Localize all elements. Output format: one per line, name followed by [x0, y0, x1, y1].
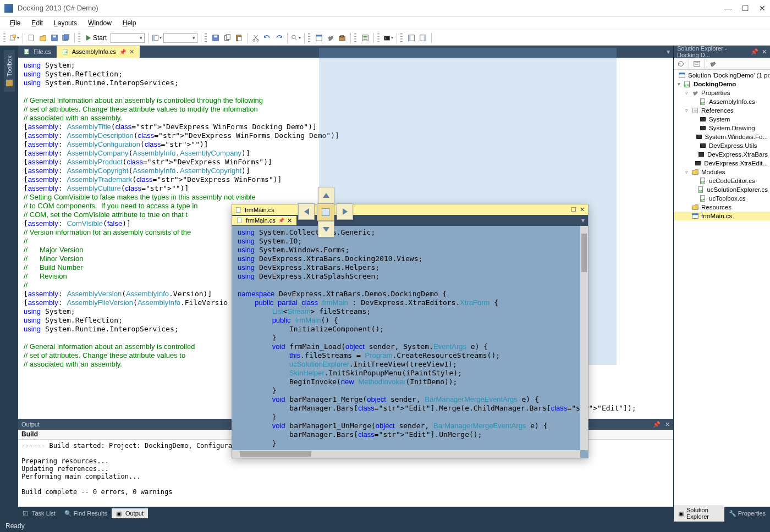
svg-rect-43: [701, 144, 706, 148]
tree-node[interactable]: DevExpress.XtraEdit...: [674, 159, 770, 168]
toolbar-grip-2[interactable]: [78, 33, 80, 43]
tree-node[interactable]: frmMain.cs: [674, 212, 770, 220]
close-icon[interactable]: ✕: [665, 421, 670, 428]
toolbox-tab[interactable]: Toolbox: [4, 50, 15, 92]
open-button[interactable]: [38, 33, 48, 43]
floating-document-window[interactable]: frmMain.cs ☐ ✕ frmMain.cs 📌 ✕ ▾ using Sy…: [232, 204, 588, 458]
app-icon: [4, 4, 13, 13]
properties-button[interactable]: [326, 33, 336, 43]
cs-file-icon: c#: [24, 48, 30, 55]
tabs-dropdown-icon[interactable]: ▾: [667, 48, 670, 56]
maximize-button[interactable]: ☐: [742, 4, 749, 13]
save-2-button[interactable]: [211, 33, 221, 43]
menu-edit[interactable]: Edit: [27, 18, 47, 29]
maximize-icon[interactable]: ☐: [571, 206, 576, 213]
task-list-button[interactable]: [360, 33, 370, 43]
find-button[interactable]: [291, 33, 301, 43]
horizontal-scrollbar[interactable]: [232, 450, 580, 458]
svg-point-17: [292, 35, 296, 39]
copy-button[interactable]: [222, 33, 232, 43]
solution-explorer-button[interactable]: [314, 33, 324, 43]
toolbar-grip-4[interactable]: [308, 33, 310, 43]
tree-node[interactable]: Solution 'DockingDemo' (1 pr...: [674, 71, 770, 80]
pin-icon[interactable]: 📌: [119, 49, 126, 55]
vertical-scrollbar[interactable]: [580, 226, 588, 450]
tab-solution-explorer[interactable]: ▣Solution Explorer: [674, 505, 724, 522]
pin-icon[interactable]: 📌: [653, 421, 661, 428]
start-config-combo[interactable]: [111, 33, 145, 43]
svg-rect-10: [215, 35, 217, 37]
floating-code-editor[interactable]: using System.Collections.Generic; using …: [232, 226, 588, 458]
wrench-icon: 🔧: [729, 510, 735, 517]
tree-node[interactable]: ▿References: [674, 106, 770, 115]
floating-tab-frmmain[interactable]: frmMain.cs 📌 ✕: [232, 216, 296, 225]
tab-find-results[interactable]: 🔍Find Results: [60, 508, 112, 518]
tree-node[interactable]: ▿c#DockingDemo: [674, 80, 770, 88]
tree-node[interactable]: c#ucToolbox.cs: [674, 194, 770, 203]
new-project-button[interactable]: [9, 33, 19, 43]
tree-node[interactable]: ▿Properties: [674, 88, 770, 97]
menu-file[interactable]: File: [6, 18, 25, 29]
save-button[interactable]: [50, 33, 59, 43]
tree-node[interactable]: Resources: [674, 203, 770, 212]
main-toolbar: Start: [0, 30, 770, 46]
svg-rect-20: [339, 36, 345, 40]
tree-node[interactable]: ▿Modules: [674, 168, 770, 176]
tab-output[interactable]: ▣Output: [112, 508, 148, 518]
tree-node[interactable]: c#ucCodeEditor.cs: [674, 176, 770, 185]
cut-button[interactable]: [251, 33, 261, 43]
close-tab-icon[interactable]: ✕: [129, 48, 134, 56]
redo-button[interactable]: [274, 33, 284, 43]
toolbar-grip-5[interactable]: [354, 33, 356, 43]
tabs-dropdown-icon[interactable]: ▾: [581, 217, 585, 224]
svg-rect-14: [238, 36, 241, 41]
new-file-button[interactable]: [26, 33, 36, 43]
close-icon[interactable]: ✕: [580, 206, 585, 213]
frmmain-code[interactable]: using System.Collections.Generic; using …: [232, 226, 588, 450]
properties-button[interactable]: [708, 59, 718, 69]
paste-button[interactable]: [234, 33, 244, 43]
menu-window[interactable]: Window: [84, 18, 116, 29]
tree-node[interactable]: c#ucSolutionExplorer.cs: [674, 185, 770, 194]
close-button[interactable]: ✕: [759, 4, 766, 13]
tree-node[interactable]: c#AssemblyInfo.cs: [674, 97, 770, 106]
refresh-button[interactable]: [676, 59, 686, 69]
undo-button[interactable]: [262, 33, 272, 43]
svg-rect-34: [679, 73, 685, 75]
tab-task-list[interactable]: ☑Task List: [18, 508, 60, 518]
tree-node[interactable]: System.Windows.Fo...: [674, 132, 770, 141]
output-button[interactable]: [383, 33, 393, 43]
toolbox-button[interactable]: [337, 33, 347, 43]
floating-window-titlebar[interactable]: frmMain.cs ☐ ✕: [232, 204, 588, 215]
toolbar-grip-3[interactable]: [205, 33, 207, 43]
menu-help[interactable]: Help: [118, 18, 141, 29]
dock-left-button[interactable]: [406, 33, 416, 43]
pin-icon[interactable]: 📌: [751, 48, 758, 56]
layout-combo[interactable]: [163, 33, 197, 43]
solution-tree[interactable]: Solution 'DockingDemo' (1 pr...▿c#Dockin…: [674, 70, 770, 507]
tab-properties[interactable]: 🔧Properties: [724, 508, 770, 518]
minimize-button[interactable]: —: [724, 4, 732, 13]
tree-node[interactable]: DevExpress.XtraBars: [674, 150, 770, 159]
tree-node[interactable]: System.Drawing: [674, 124, 770, 132]
show-all-button[interactable]: [692, 59, 702, 69]
save-all-button[interactable]: [61, 33, 71, 43]
toolbar-grip-6[interactable]: [377, 33, 380, 43]
pin-icon[interactable]: 📌: [278, 218, 284, 223]
close-tab-icon[interactable]: ✕: [287, 217, 292, 224]
menu-layouts[interactable]: Layouts: [50, 18, 81, 29]
close-icon[interactable]: ✕: [762, 48, 767, 56]
toolbar-grip[interactable]: [3, 33, 6, 43]
tree-node[interactable]: DevExpress.Utils: [674, 141, 770, 150]
dock-right-button[interactable]: [418, 33, 428, 43]
toolbar-grip-7[interactable]: [400, 33, 403, 43]
svg-rect-8: [153, 35, 155, 41]
start-button[interactable]: Start: [84, 32, 109, 43]
svg-rect-41: [701, 126, 706, 130]
svg-rect-45: [696, 162, 701, 165]
svg-rect-6: [64, 34, 69, 39]
tab-file-cs[interactable]: c# File.cs: [18, 46, 57, 58]
tree-node[interactable]: System: [674, 115, 770, 124]
layout-button[interactable]: [152, 33, 162, 43]
tab-assemblyinfo-cs[interactable]: c# AssemblyInfo.cs 📌 ✕: [57, 46, 140, 58]
